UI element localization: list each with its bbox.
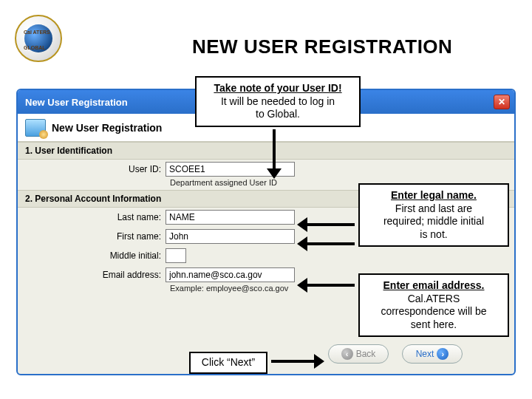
label-middle: Middle initial: (18, 250, 166, 261)
input-email[interactable] (166, 267, 295, 282)
arrow-left3-icon (297, 278, 307, 293)
section-identification-header: 1. User Identification (18, 142, 514, 160)
arrow-left1-icon (297, 217, 307, 232)
back-label: Back (356, 349, 376, 359)
close-button[interactable]: ✕ (494, 95, 510, 109)
arrow-left-icon: ‹ (341, 348, 353, 360)
callout-legal-line4: is not. (367, 228, 500, 242)
callout-email-line1: Enter email address. (367, 279, 500, 293)
callout-userid: Take note of your User ID! It will be ne… (195, 76, 361, 127)
callout-next-text: Click “Next” (202, 356, 255, 368)
input-lastname[interactable] (166, 210, 295, 225)
arrow-down-icon (267, 168, 282, 179)
label-email: Email address: (18, 270, 166, 280)
page-title: NEW USER REGISTRATION (192, 35, 452, 58)
close-icon: ✕ (498, 97, 505, 107)
input-middle[interactable] (166, 248, 186, 263)
field-row-middle: Middle initial: (18, 246, 514, 265)
callout-legal-line3: required; middle initial (367, 215, 500, 228)
label-lastname: Last name: (18, 212, 166, 222)
callout-email-line4: sent here. (367, 318, 500, 332)
user-card-icon (25, 119, 46, 137)
arrow-left2-line (306, 242, 355, 245)
arrow-right-icon: › (437, 348, 449, 360)
arrow-right-line (271, 360, 316, 363)
logo-text-bottom: GLOBAL (24, 45, 46, 50)
back-button[interactable]: ‹ Back (328, 344, 389, 364)
callout-legal-name: Enter legal name. First and last are req… (358, 183, 509, 247)
callout-legal-line2: First and last are (367, 202, 500, 216)
next-button[interactable]: Next › (402, 344, 463, 364)
arrow-left3-line (306, 284, 355, 287)
callout-userid-line3: to Global. (204, 108, 352, 121)
calaters-logo: Cal ATERS GLOBAL (15, 15, 62, 62)
dialog-title: New User Registration (25, 97, 128, 108)
callout-email-line3: correspondence will be (367, 305, 500, 318)
callout-click-next: Click “Next” (189, 352, 267, 374)
callout-userid-line1: Take note of your User ID! (204, 82, 352, 95)
callout-email: Enter email address. Cal.ATERS correspon… (358, 273, 509, 337)
next-label: Next (416, 349, 434, 359)
field-row-userid: User ID: (18, 160, 514, 179)
logo-text-top: Cal ATERS (24, 30, 50, 35)
dialog-subheader-title: New User Registration (52, 122, 162, 134)
arrow-right-head-icon (314, 354, 324, 369)
arrow-left1-line (306, 223, 355, 226)
input-firstname[interactable] (166, 229, 295, 244)
arrow-left2-icon (297, 236, 307, 251)
label-firstname: First name: (18, 231, 166, 242)
callout-userid-line2: It will be needed to log in (204, 95, 352, 109)
label-userid: User ID: (18, 164, 166, 174)
arrow-down-line (273, 129, 276, 170)
callout-email-line2: Cal.ATERS (367, 293, 500, 306)
callout-legal-line1: Enter legal name. (367, 189, 500, 202)
